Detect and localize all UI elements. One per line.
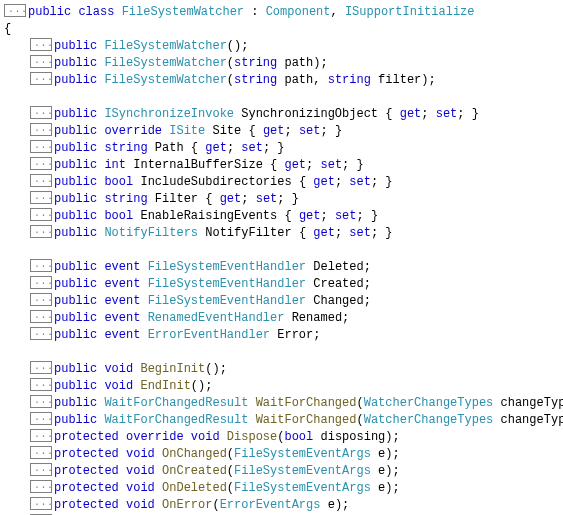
fold-toggle[interactable]: [30, 225, 52, 238]
fold-toggle[interactable]: [30, 72, 52, 85]
fold-toggle[interactable]: [30, 293, 52, 306]
fold-toggle[interactable]: [30, 497, 52, 510]
code-line: public event FileSystemEventHandler Chan…: [4, 293, 563, 310]
code-line: public FileSystemWatcher();: [4, 38, 563, 55]
code-line: protected void OnError(ErrorEventArgs e)…: [4, 497, 563, 514]
type-name: Component: [266, 5, 331, 19]
code-line: public ISynchronizeInvoke SynchronizingO…: [4, 106, 563, 123]
fold-toggle[interactable]: [30, 412, 52, 425]
code-line: {: [4, 21, 563, 38]
keyword-public: public: [28, 5, 71, 19]
fold-toggle[interactable]: [30, 378, 52, 391]
fold-toggle[interactable]: [30, 140, 52, 153]
fold-toggle[interactable]: [30, 463, 52, 476]
type-name: ISupportInitialize: [345, 5, 475, 19]
code-line: public event FileSystemEventHandler Dele…: [4, 259, 563, 276]
code-line: public class FileSystemWatcher : Compone…: [4, 4, 563, 21]
fold-toggle[interactable]: [30, 191, 52, 204]
fold-toggle[interactable]: [30, 259, 52, 272]
fold-toggle[interactable]: [30, 429, 52, 442]
blank-line: [4, 242, 563, 259]
code-line: public void EndInit();: [4, 378, 563, 395]
code-line: protected void OnChanged(FileSystemEvent…: [4, 446, 563, 463]
fold-toggle[interactable]: [30, 106, 52, 119]
code-line: public int InternalBufferSize { get; set…: [4, 157, 563, 174]
keyword-class: class: [78, 5, 114, 19]
code-line: public event FileSystemEventHandler Crea…: [4, 276, 563, 293]
type-name: FileSystemWatcher: [122, 5, 244, 19]
code-line: public event ErrorEventHandler Error;: [4, 327, 563, 344]
fold-toggle[interactable]: [30, 174, 52, 187]
fold-toggle[interactable]: [30, 310, 52, 323]
fold-toggle[interactable]: [30, 327, 52, 340]
code-line: public WaitForChangedResult WaitForChang…: [4, 412, 563, 429]
code-line: public NotifyFilters NotifyFilter { get;…: [4, 225, 563, 242]
fold-toggle[interactable]: [30, 361, 52, 374]
code-line: public WaitForChangedResult WaitForChang…: [4, 395, 563, 412]
fold-toggle[interactable]: [30, 208, 52, 221]
fold-toggle[interactable]: [4, 4, 26, 17]
blank-line: [4, 344, 563, 361]
fold-toggle[interactable]: [30, 480, 52, 493]
code-line: public bool IncludeSubdirectories { get;…: [4, 174, 563, 191]
fold-toggle[interactable]: [30, 446, 52, 459]
code-line: public override ISite Site { get; set; }: [4, 123, 563, 140]
fold-toggle[interactable]: [30, 276, 52, 289]
fold-toggle[interactable]: [30, 55, 52, 68]
fold-toggle[interactable]: [30, 38, 52, 51]
code-line: public void BeginInit();: [4, 361, 563, 378]
code-line: protected void OnCreated(FileSystemEvent…: [4, 463, 563, 480]
fold-toggle[interactable]: [30, 123, 52, 136]
code-line: public string Path { get; set; }: [4, 140, 563, 157]
code-line: public event RenamedEventHandler Renamed…: [4, 310, 563, 327]
code-line: public FileSystemWatcher(string path, st…: [4, 72, 563, 89]
fold-toggle[interactable]: [30, 157, 52, 170]
blank-line: [4, 89, 563, 106]
code-line: public bool EnableRaisingEvents { get; s…: [4, 208, 563, 225]
fold-toggle[interactable]: [30, 395, 52, 408]
code-line: public FileSystemWatcher(string path);: [4, 55, 563, 72]
code-line: public string Filter { get; set; }: [4, 191, 563, 208]
code-line: protected override void Dispose(bool dis…: [4, 429, 563, 446]
code-line: protected void OnDeleted(FileSystemEvent…: [4, 480, 563, 497]
